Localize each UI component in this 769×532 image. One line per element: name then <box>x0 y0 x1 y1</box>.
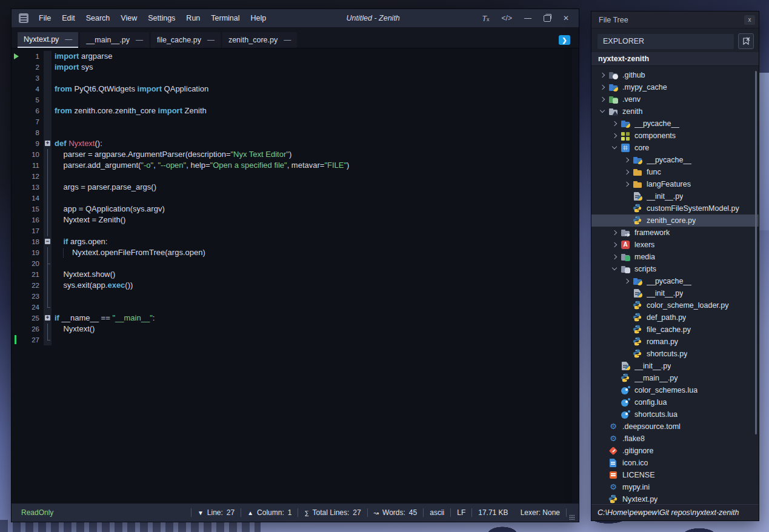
code-icon[interactable]: </> <box>502 15 512 22</box>
app-menu-icon[interactable] <box>19 13 28 23</box>
fold-margin[interactable] <box>44 302 52 313</box>
tab-Nyxtext.py[interactable]: Nyxtext.py— <box>18 32 78 48</box>
tree-item-.flake8[interactable]: ⚙.flake8 <box>591 433 759 445</box>
fold-margin[interactable] <box>44 214 52 225</box>
tree-item-icon.ico[interactable]: icon.ico <box>591 457 759 469</box>
code-line[interactable]: 5 <box>12 95 579 105</box>
code-line[interactable]: 12 <box>12 171 579 182</box>
code-line[interactable]: 8 <box>12 127 579 138</box>
code-line[interactable]: 26 Nyxtext() <box>12 324 579 334</box>
resize-grip-icon[interactable] <box>569 514 574 520</box>
chevron-right-icon[interactable] <box>622 166 633 178</box>
fold-margin[interactable] <box>44 225 52 236</box>
text-format-icon[interactable]: Tx <box>482 15 489 22</box>
tree-item-roman.py[interactable]: roman.py <box>591 336 759 348</box>
menu-item-search[interactable]: Search <box>81 14 116 22</box>
tree-item-langFeatures[interactable]: langFeatures <box>591 178 759 190</box>
tree-item-color_schemes.lua[interactable]: color_schemes.lua <box>591 384 759 396</box>
fold-margin[interactable] <box>44 73 52 84</box>
code-line[interactable]: 1import argparse <box>12 51 579 62</box>
fold-margin[interactable]: + <box>44 138 52 149</box>
powershell-icon[interactable]: ❯ <box>559 35 570 45</box>
fold-margin[interactable] <box>44 95 52 105</box>
tree-item-__pycache__[interactable]: __pycache__ <box>591 154 759 166</box>
tree-item-__init__.py[interactable]: __init__.py <box>591 287 759 299</box>
file-tree-close-button[interactable]: x <box>744 15 755 25</box>
chevron-right-icon[interactable] <box>610 130 621 142</box>
tree-item-customFileSystemModel.py[interactable]: customFileSystemModel.py <box>591 202 759 214</box>
tree-item-.gitignore[interactable]: .gitignore <box>591 445 759 457</box>
tab-__main__.py[interactable]: __main__.py— <box>80 32 149 48</box>
chevron-down-icon[interactable] <box>598 105 608 118</box>
code-line[interactable]: 4from PyQt6.QtWidgets import QApplicatio… <box>12 84 579 95</box>
menu-item-run[interactable]: Run <box>181 14 205 22</box>
chevron-right-icon[interactable] <box>610 227 621 239</box>
fold-margin[interactable] <box>44 171 52 182</box>
chevron-down-icon[interactable] <box>610 142 621 154</box>
tree-item-framework[interactable]: framework <box>591 227 759 239</box>
tree-item-file_cache.py[interactable]: file_cache.py <box>591 324 759 336</box>
code-line[interactable]: 18− if args.open: <box>12 236 579 247</box>
tree-item-.venv[interactable]: .venv <box>591 93 759 105</box>
tree-item-shortcuts.py[interactable]: shortcuts.py <box>591 348 759 360</box>
tree-item-components[interactable]: components <box>591 130 759 142</box>
chevron-right-icon[interactable] <box>622 275 633 287</box>
fold-margin[interactable] <box>44 149 52 160</box>
fold-margin[interactable] <box>44 160 52 171</box>
code-line[interactable]: 22 sys.exit(app.exec()) <box>12 280 579 291</box>
chevron-right-icon[interactable] <box>598 81 608 93</box>
tab-close-icon[interactable]: — <box>284 36 291 44</box>
fold-margin[interactable] <box>44 247 52 258</box>
fold-margin[interactable] <box>44 62 52 73</box>
tree-item-color_scheme_loader.py[interactable]: color_scheme_loader.py <box>591 299 759 311</box>
tree-item-mypy.ini[interactable]: ⚙mypy.ini <box>591 481 759 493</box>
minimize-button[interactable]: — <box>524 15 531 22</box>
bookmark-button[interactable] <box>738 33 754 49</box>
tab-close-icon[interactable]: — <box>207 36 215 44</box>
fold-margin[interactable] <box>44 182 52 193</box>
chevron-right-icon[interactable] <box>610 239 621 251</box>
chevron-down-icon[interactable] <box>610 263 621 275</box>
fold-margin[interactable]: − <box>44 236 52 247</box>
code-line[interactable]: 3 <box>12 73 579 84</box>
fold-margin[interactable] <box>44 204 52 214</box>
fold-margin[interactable] <box>44 258 52 269</box>
fold-margin[interactable] <box>44 334 52 345</box>
tree-item-func[interactable]: func <box>591 166 759 178</box>
tree-item-LICENSE[interactable]: LICENSE <box>591 469 759 481</box>
file-tree-titlebar[interactable]: File Tree x <box>591 12 759 28</box>
menu-item-edit[interactable]: Edit <box>56 14 81 22</box>
fold-margin[interactable] <box>44 116 52 127</box>
tree-item-__pycache__[interactable]: __pycache__ <box>591 118 759 130</box>
tree-item-__pycache__[interactable]: __pycache__ <box>591 275 759 287</box>
code-line[interactable]: 7 <box>12 116 579 127</box>
menu-item-view[interactable]: View <box>115 14 142 22</box>
chevron-right-icon[interactable] <box>622 178 633 190</box>
code-line[interactable]: 23 <box>12 291 579 302</box>
code-line[interactable]: 27 <box>12 334 579 345</box>
tree-item-.mypy_cache[interactable]: .mypy_cache <box>591 81 759 93</box>
tree-item-def_path.py[interactable]: def_path.py <box>591 311 759 324</box>
tree-item-zenith[interactable]: zenith <box>591 105 759 118</box>
editor-scrollbar[interactable] <box>572 48 579 504</box>
fold-margin[interactable] <box>44 280 52 291</box>
restore-button[interactable] <box>544 15 551 22</box>
fold-margin[interactable] <box>44 269 52 280</box>
code-line[interactable]: 13 args = parser.parse_args() <box>12 182 579 193</box>
fold-margin[interactable] <box>44 51 52 62</box>
fold-margin[interactable] <box>44 84 52 95</box>
code-line[interactable]: 21 Nyxtext.show() <box>12 269 579 280</box>
code-line[interactable]: 16 Nyxtext = Zenith() <box>12 214 579 225</box>
chevron-right-icon[interactable] <box>598 93 608 105</box>
code-line[interactable]: 10 parser = argparse.ArgumentParser(desc… <box>12 149 579 160</box>
code-line[interactable]: 17 <box>12 225 579 236</box>
close-button[interactable]: ✕ <box>563 15 569 22</box>
project-root-label[interactable]: nyxtext-zenith <box>591 52 759 66</box>
tree-item-__init__.py[interactable]: __init__.py <box>591 190 759 202</box>
tree-scrollbar[interactable] <box>755 71 757 434</box>
menu-item-help[interactable]: Help <box>245 14 272 22</box>
tab-file_cache.py[interactable]: file_cache.py— <box>151 32 221 48</box>
fold-margin[interactable] <box>44 291 52 302</box>
tree-item-.github[interactable]: .github <box>591 69 759 81</box>
tree-item-zenith_core.py[interactable]: zenith_core.py <box>591 214 759 227</box>
